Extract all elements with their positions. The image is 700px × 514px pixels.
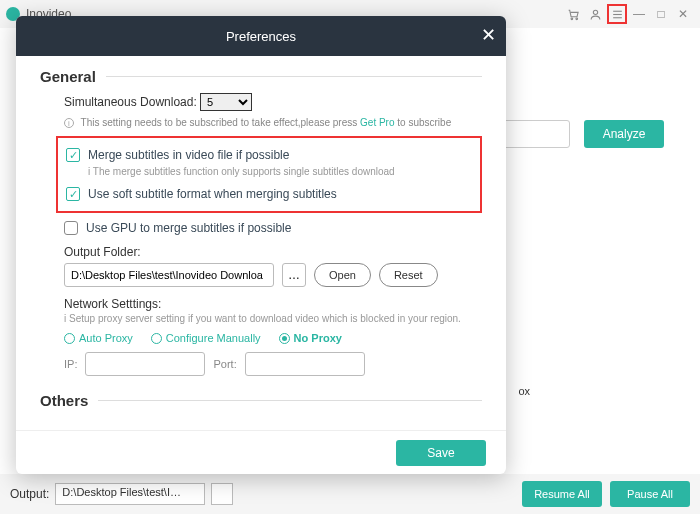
radio-icon — [151, 333, 162, 344]
output-browse-button[interactable] — [211, 483, 233, 505]
gpu-label: Use GPU to merge subtitles if possible — [86, 221, 291, 235]
merge-label: Merge subtitles in video file if possibl… — [88, 148, 289, 162]
dialog-footer: Save — [16, 430, 506, 474]
sim-download-select[interactable]: 5 — [200, 93, 252, 111]
browse-button[interactable]: … — [282, 263, 306, 287]
port-label: Port: — [213, 358, 236, 370]
radio-icon — [279, 333, 290, 344]
ip-label: IP: — [64, 358, 77, 370]
port-input[interactable] — [245, 352, 365, 376]
reset-button[interactable]: Reset — [379, 263, 438, 287]
radio-auto-label: Auto Proxy — [79, 332, 133, 344]
network-label: Network Setttings: — [64, 297, 482, 311]
output-folder-input[interactable] — [64, 263, 274, 287]
save-button[interactable]: Save — [396, 440, 486, 466]
radio-configure-manually[interactable]: Configure Manually — [151, 332, 261, 344]
output-label: Output: — [10, 487, 49, 501]
radio-manual-label: Configure Manually — [166, 332, 261, 344]
soft-label: Use soft subtitle format when merging su… — [88, 187, 337, 201]
radio-none-label: No Proxy — [294, 332, 342, 344]
gpu-subtitle-row[interactable]: ✓ Use GPU to merge subtitles if possible — [64, 221, 482, 235]
simultaneous-row: Simultaneous Download: 5 — [64, 93, 482, 111]
svg-point-0 — [571, 18, 573, 20]
user-icon[interactable] — [585, 4, 605, 24]
close-icon[interactable]: ✕ — [481, 24, 496, 46]
divider — [98, 400, 482, 401]
info-icon: i — [88, 166, 90, 177]
merge-hint-text: The merge subtitles function only suppor… — [93, 166, 395, 177]
sim-hint-b: to subscribe — [395, 117, 452, 128]
info-icon: i — [64, 313, 66, 324]
merge-subtitles-row[interactable]: ✓ Merge subtitles in video file if possi… — [66, 148, 476, 162]
divider — [106, 76, 482, 77]
radio-icon — [64, 333, 75, 344]
open-button[interactable]: Open — [314, 263, 371, 287]
bottom-bar: Output: D:\Desktop Files\test\I… Resume … — [0, 474, 700, 514]
cart-icon[interactable] — [563, 4, 583, 24]
resume-all-button[interactable]: Resume All — [522, 481, 602, 507]
soft-subtitle-row[interactable]: ✓ Use soft subtitle format when merging … — [66, 187, 476, 201]
ip-input[interactable] — [85, 352, 205, 376]
close-window-icon[interactable]: ✕ — [673, 4, 693, 24]
proxy-radio-group: Auto Proxy Configure Manually No Proxy — [64, 332, 482, 344]
bg-text-fragment: ox — [518, 385, 530, 397]
checkbox-unchecked-icon[interactable]: ✓ — [64, 221, 78, 235]
output-folder-row: … Open Reset — [64, 263, 482, 287]
menu-icon[interactable] — [607, 4, 627, 24]
highlight-box: ✓ Merge subtitles in video file if possi… — [56, 136, 482, 213]
ip-port-row: IP: Port: — [64, 352, 482, 376]
merge-hint: i The merge subtitles function only supp… — [88, 166, 476, 177]
others-heading-text: Others — [40, 392, 88, 409]
minimize-icon[interactable]: — — [629, 4, 649, 24]
svg-point-2 — [593, 10, 597, 14]
general-heading: General — [40, 68, 482, 85]
sim-hint: i This setting needs to be subscribed to… — [64, 117, 482, 128]
network-hint-text: Setup proxy server setting if you want t… — [69, 313, 461, 324]
network-hint: i Setup proxy server setting if you want… — [64, 313, 482, 324]
info-icon: i — [64, 118, 74, 128]
sim-hint-a: This setting needs to be subscribed to t… — [81, 117, 360, 128]
others-heading: Others — [40, 392, 482, 409]
svg-point-1 — [575, 18, 577, 20]
output-folder-label: Output Folder: — [64, 245, 482, 259]
sim-label: Simultaneous Download: — [64, 95, 197, 109]
output-path-display[interactable]: D:\Desktop Files\test\I… — [55, 483, 205, 505]
dialog-title: Preferences — [226, 29, 296, 44]
maximize-icon[interactable]: □ — [651, 4, 671, 24]
preferences-dialog: Preferences ✕ General Simultaneous Downl… — [16, 16, 506, 474]
dialog-body: General Simultaneous Download: 5 i This … — [16, 56, 506, 430]
checkbox-checked-icon[interactable]: ✓ — [66, 148, 80, 162]
get-pro-link[interactable]: Get Pro — [360, 117, 394, 128]
dialog-header: Preferences ✕ — [16, 16, 506, 56]
radio-auto-proxy[interactable]: Auto Proxy — [64, 332, 133, 344]
analyze-button[interactable]: Analyze — [584, 120, 664, 148]
radio-no-proxy[interactable]: No Proxy — [279, 332, 342, 344]
checkbox-checked-icon[interactable]: ✓ — [66, 187, 80, 201]
pause-all-button[interactable]: Pause All — [610, 481, 690, 507]
general-heading-text: General — [40, 68, 96, 85]
